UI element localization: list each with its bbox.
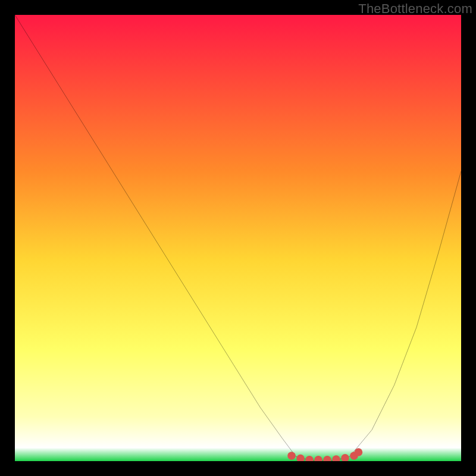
valley-marker — [323, 456, 331, 461]
chart-frame: TheBottleneck.com — [0, 0, 476, 476]
valley-markers-group — [287, 448, 362, 461]
curve-layer — [15, 15, 461, 461]
valley-marker — [305, 456, 314, 461]
valley-marker — [296, 455, 305, 461]
valley-marker — [355, 448, 363, 456]
watermark-text: TheBottleneck.com — [358, 1, 472, 17]
plot-area — [15, 15, 461, 461]
valley-marker — [287, 452, 295, 460]
valley-marker — [314, 456, 322, 461]
bottleneck-curve — [15, 15, 461, 461]
valley-marker — [341, 454, 349, 461]
valley-marker — [332, 455, 340, 461]
